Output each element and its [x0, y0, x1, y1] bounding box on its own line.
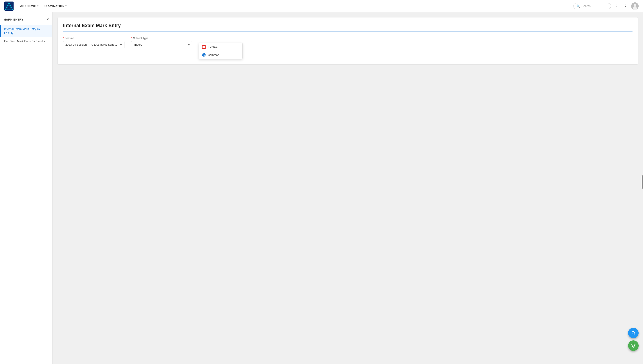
subject-type-label: * Subject Type [131, 37, 192, 40]
main-content: Internal Exam Mark Entry * session 2023-… [53, 12, 643, 364]
elective-option[interactable]: Elective [199, 43, 242, 51]
sidebar-item-internal-exam[interactable]: Internal Exam Mark Entry by Faculty [0, 25, 52, 37]
elective-radio-indicator [202, 45, 206, 49]
page-title: Internal Exam Mark Entry [63, 23, 632, 32]
subject-type-dropdown-popup: Elective Common [199, 43, 242, 59]
nav-links: ACADEMIC ▾ EXAMINATION ▾ [20, 4, 573, 8]
session-label: * session [63, 37, 124, 40]
sidebar: MARK ENTRY × Internal Exam Mark Entry by… [0, 12, 53, 364]
close-icon[interactable]: × [47, 18, 49, 22]
content-card: Internal Exam Mark Entry * session 2023-… [58, 18, 638, 64]
session-group: * session 2023-24 Session I - ATLAS ISME… [63, 37, 124, 48]
scrollbar-hint [642, 176, 643, 188]
logo-area [4, 2, 14, 11]
common-radio-indicator [202, 53, 206, 56]
search-icon: 🔍 [576, 4, 580, 8]
main-layout: MARK ENTRY × Internal Exam Mark Entry by… [0, 12, 643, 364]
search-bar[interactable]: 🔍 [573, 3, 611, 9]
elective-option-label: Elective [208, 46, 218, 49]
sidebar-header: MARK ENTRY × [0, 16, 52, 25]
session-select[interactable]: 2023-24 Session I - ATLAS ISME Scho... [63, 41, 124, 48]
atlas-logo [4, 2, 14, 11]
svg-line-8 [634, 334, 635, 335]
sidebar-item-internal-exam-label: Internal Exam Mark Entry by Faculty [4, 27, 40, 34]
svg-point-5 [633, 4, 636, 7]
form-row: * session 2023-24 Session I - ATLAS ISME… [63, 37, 632, 59]
academic-chevron-icon: ▾ [37, 5, 39, 7]
examination-menu[interactable]: EXAMINATION ▾ [44, 4, 67, 8]
common-option-label: Common [208, 53, 219, 56]
avatar[interactable] [631, 2, 639, 10]
subject-type-group: * Subject Type TheoryPracticalCommon [131, 37, 192, 48]
grid-icon[interactable]: ⋮⋮⋮ [614, 4, 628, 9]
nav-right: 🔍 ⋮⋮⋮ [573, 2, 639, 10]
sidebar-item-end-term-label: End Term Mark Entry By Faculty [4, 40, 45, 43]
floating-search-button[interactable] [628, 328, 639, 338]
sidebar-item-end-term[interactable]: End Term Mark Entry By Faculty [0, 37, 52, 46]
examination-label: EXAMINATION [44, 4, 65, 8]
examination-chevron-icon: ▾ [65, 5, 67, 7]
subject-type-select[interactable]: TheoryPracticalCommon [131, 41, 192, 48]
session-required-indicator: * [63, 37, 64, 40]
floating-wifi-button[interactable] [628, 340, 639, 351]
academic-label: ACADEMIC [20, 4, 36, 8]
subject-type-required-indicator: * [131, 37, 132, 40]
common-option[interactable]: Common [199, 51, 242, 59]
search-input[interactable] [581, 4, 608, 8]
top-navigation: ACADEMIC ▾ EXAMINATION ▾ 🔍 ⋮⋮⋮ [0, 0, 643, 12]
academic-menu[interactable]: ACADEMIC ▾ [20, 4, 39, 8]
sidebar-title: MARK ENTRY [4, 18, 24, 21]
